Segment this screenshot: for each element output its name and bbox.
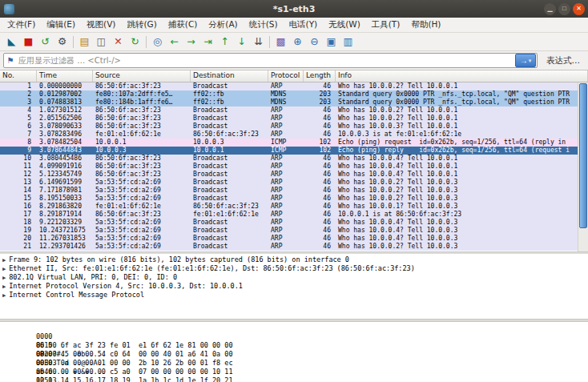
close-file-icon[interactable]: ✕ — [110, 34, 127, 50]
cell-length: 46 — [304, 187, 336, 195]
menu-edit[interactable]: 编辑(E) — [41, 18, 81, 32]
packet-row[interactable]: 13 6.149691599 5a:53:5f:cd:a2:69 Broadca… — [0, 179, 578, 187]
col-info[interactable]: Info — [336, 70, 588, 82]
minimize-button[interactable]: ▁ — [544, 3, 556, 15]
packet-row[interactable]: 7 3.078283496 fe:01:e1:6f:62:1e 86:50:6f… — [0, 131, 578, 139]
expression-button[interactable]: 表达式… — [542, 53, 585, 69]
detail-line[interactable]: ▶Internet Protocol Version 4, Src: 10.0.… — [2, 282, 588, 291]
col-source[interactable]: Source — [93, 70, 191, 82]
go-to-packet-icon[interactable]: ⇥ — [199, 34, 216, 50]
cell-length: 46 — [304, 171, 336, 179]
cell-protocol: ARP — [268, 203, 304, 211]
packet-row[interactable]: 10 3.080445486 86:50:6f:ac:3f:23 Broadca… — [0, 155, 578, 163]
packet-row[interactable]: 18 9.221203329 5a:53:5f:cd:a2:69 Broadca… — [0, 219, 578, 227]
packet-row[interactable]: 9 3.078644843 10.0.0.3 10.0.0.1 ICMP 102… — [0, 147, 578, 155]
cell-length: 46 — [304, 115, 336, 123]
apply-filter-button[interactable]: → ▾ — [515, 54, 536, 67]
menu-capture[interactable]: 捕获(C) — [163, 18, 203, 32]
packet-row[interactable]: 4 1.027301512 86:50:6f:ac:3f:23 Broadcas… — [0, 107, 578, 115]
display-filter-input[interactable] — [17, 54, 515, 67]
go-last-packet-icon[interactable]: ↓ — [233, 34, 250, 50]
cell-info: Who has 10.0.0.2? Tell 10.0.0.3 — [336, 187, 578, 195]
col-protocol[interactable]: Protocol — [268, 70, 304, 82]
zoom-out-icon[interactable]: ⊖ — [306, 34, 323, 50]
packet-row[interactable]: 15 8.195150033 5a:53:5f:cd:a2:69 Broadca… — [0, 195, 578, 203]
expander-icon[interactable]: ▶ — [2, 266, 6, 272]
cell-destination: Broadcast — [191, 219, 268, 227]
menu-view[interactable]: 视图(V) — [81, 18, 121, 32]
menu-file[interactable]: 文件(F) — [2, 18, 41, 32]
filter-bookmark-icon[interactable]: ⚑ — [4, 56, 17, 65]
go-forward-icon[interactable]: → — [183, 34, 199, 50]
menu-statistics[interactable]: 统计(S) — [244, 18, 284, 32]
go-back-icon[interactable]: ← — [166, 34, 183, 50]
packet-row[interactable]: 16 8.291863820 fe:01:e1:6f:62:1e 86:50:6… — [0, 203, 578, 211]
detail-line[interactable]: ▶802.1Q Virtual LAN, PRI: 0, DEI: 0, ID:… — [2, 273, 588, 282]
scrollbar-thumb[interactable] — [579, 83, 587, 228]
reload-file-icon[interactable]: ↻ — [127, 34, 143, 50]
open-file-icon[interactable]: ▤ — [76, 34, 93, 50]
packet-list-scrollbar[interactable] — [578, 82, 588, 251]
menu-go[interactable]: 跳转(G) — [121, 18, 162, 32]
col-no[interactable]: No. — [0, 70, 37, 82]
cell-length: 46 — [304, 107, 336, 115]
expander-icon[interactable]: ▶ — [2, 283, 6, 290]
detail-line[interactable]: ▶Ethernet II, Src: fe:01:e1:6f:62:1e (fe… — [2, 264, 588, 273]
cell-info: Who has 10.0.0.1? Tell 10.0.0.3 — [336, 203, 578, 211]
close-button[interactable]: ✕ — [573, 3, 585, 15]
packet-row[interactable]: 14 7.171878981 5a:53:5f:cd:a2:69 Broadca… — [0, 187, 578, 195]
hex-row[interactable]: 0010 08 00 45 00 00 54 c0 64 00 00 40 01… — [3, 332, 588, 341]
packet-row[interactable]: 8 3.078482504 10.0.0.1 10.0.0.3 ICMP 102… — [0, 139, 578, 147]
packet-row[interactable]: 11 4.099091916 86:50:6f:ac:3f:23 Broadca… — [0, 163, 578, 171]
packet-row[interactable]: 20 11.267031853 5a:53:5f:cd:a2:69 Broadc… — [0, 235, 578, 243]
cell-time: 11.267031853 — [37, 235, 93, 243]
menu-help[interactable]: 帮助(H) — [405, 18, 446, 32]
maximize-button[interactable]: □ — [558, 3, 570, 15]
packet-row[interactable]: 3 0.074883813 fe80::184b:1aff:fe6… ff02:… — [0, 99, 578, 107]
packet-row[interactable]: 12 5.123345749 86:50:6f:ac:3f:23 Broadca… — [0, 171, 578, 179]
menu-analyze[interactable]: 分析(A) — [203, 18, 243, 32]
auto-scroll-icon[interactable]: ⇊ — [250, 34, 267, 50]
cell-source: 86:50:6f:ac:3f:23 — [93, 171, 191, 179]
menu-telephony[interactable]: 电话(Y) — [284, 18, 324, 32]
detail-line[interactable]: ▶Frame 9: 102 bytes on wire (816 bits), … — [2, 255, 588, 264]
col-time[interactable]: Time — [37, 70, 93, 82]
col-length[interactable]: Length — [304, 70, 336, 82]
expander-icon[interactable]: ▶ — [2, 292, 6, 299]
go-first-packet-icon[interactable]: ↑ — [216, 34, 233, 50]
save-file-icon[interactable]: ◫ — [93, 34, 110, 50]
expander-icon[interactable]: ▶ — [2, 257, 6, 263]
stop-capture-icon[interactable]: ■ — [20, 34, 37, 50]
packet-row[interactable]: 6 3.078090633 86:50:6f:ac:3f:23 Broadcas… — [0, 123, 578, 131]
menu-wireless[interactable]: 无线(W) — [323, 18, 366, 32]
cell-no: 10 — [0, 155, 37, 163]
detail-text: 802.1Q Virtual LAN, PRI: 0, DEI: 0, ID: … — [9, 273, 177, 281]
cell-source: 10.0.0.3 — [93, 147, 191, 155]
zoom-in-icon[interactable]: ⊕ — [289, 34, 306, 50]
cell-protocol: MDNS — [268, 99, 304, 107]
packet-row[interactable]: 21 12.293701426 5a:53:5f:cd:a2:69 Broadc… — [0, 243, 578, 251]
cell-destination: Broadcast — [191, 243, 268, 251]
packet-row[interactable]: 1 0.000000000 86:50:6f:ac:3f:23 Broadcas… — [0, 82, 578, 90]
cell-time: 3.078644843 — [37, 147, 93, 155]
menu-tools[interactable]: 工具(T) — [366, 18, 406, 32]
cell-protocol: ARP — [268, 115, 304, 123]
colorize-icon[interactable]: ▩ — [272, 34, 289, 50]
cell-time: 3.078482504 — [37, 139, 93, 147]
capture-options-icon[interactable]: ⚙ — [54, 34, 70, 50]
packet-row[interactable]: 19 10.243721675 5a:53:5f:cd:a2:69 Broadc… — [0, 227, 578, 235]
packet-row[interactable]: 17 8.291871914 86:50:6f:ac:3f:23 fe:01:e… — [0, 211, 578, 219]
start-capture-icon[interactable]: ◣ — [3, 34, 20, 50]
expander-icon[interactable]: ▶ — [2, 275, 6, 281]
hex-row[interactable]: 0000 86 50 6f ac 3f 23 fe 01 e1 6f 62 1e… — [3, 324, 588, 332]
packet-row[interactable]: 2 0.012987002 fe80::107a:2dff:fe5… ff02:… — [0, 90, 578, 99]
restart-capture-icon[interactable]: ↺ — [37, 34, 54, 50]
resize-columns-icon[interactable]: ▥ — [340, 34, 356, 50]
find-packet-icon[interactable]: ◎ — [149, 34, 166, 50]
packet-row[interactable]: 5 2.051562506 86:50:6f:ac:3f:23 Broadcas… — [0, 115, 578, 123]
detail-line[interactable]: ▶Internet Control Message Protocol — [2, 291, 588, 300]
cell-info: Who has 10.0.0.2? Tell 10.0.0.3 — [336, 195, 578, 203]
zoom-original-icon[interactable]: ▣ — [323, 34, 340, 50]
apply-menu-chevron-icon: ▾ — [529, 54, 532, 66]
col-destination[interactable]: Destination — [191, 70, 268, 82]
